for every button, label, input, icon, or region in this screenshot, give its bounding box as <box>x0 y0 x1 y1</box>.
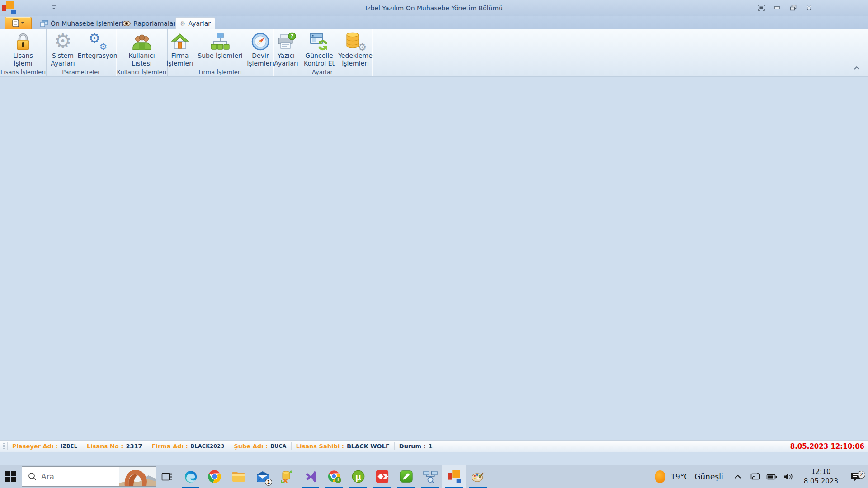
window-refresh-icon <box>309 31 329 52</box>
printer-question-icon: ? <box>276 31 296 52</box>
taskbar-red-diamond-app-icon[interactable] <box>370 465 394 488</box>
tab-ayarlar[interactable]: ⚙ Ayarlar <box>175 17 215 29</box>
yazici-ayarlari-button[interactable]: ? Yazıcı Ayarları <box>271 30 301 67</box>
windows-stack-icon <box>40 20 48 27</box>
chevron-down-icon <box>21 22 24 24</box>
restore-icon[interactable] <box>788 3 798 12</box>
status-sube-adi: Şube Adı :BUCA <box>229 442 291 450</box>
sun-icon <box>655 470 665 483</box>
document-icon <box>12 19 19 27</box>
ribbon: Lisans İşlemi Lisans İşlemleri ⚙ Sistem … <box>0 29 868 77</box>
gears-blue-icon: ⚙⚙ <box>88 31 108 52</box>
users-icon <box>132 31 152 52</box>
close-icon[interactable] <box>804 3 814 12</box>
gear-icon: ⚙ <box>54 31 71 52</box>
clock-date: 8.05.2023 <box>804 477 838 486</box>
svg-text:i: i <box>337 478 339 482</box>
tab-raporlamalar[interactable]: Raporlamalar <box>118 18 180 29</box>
yedekleme-islemleri-button[interactable]: ⚙ Yedekleme İşlemleri <box>337 30 373 67</box>
search-highlight-arch-image <box>119 467 156 486</box>
ribbon-collapse-chevron-icon[interactable] <box>854 66 862 72</box>
mail-badge: 1 <box>265 479 272 486</box>
application-menu-button[interactable] <box>5 17 32 29</box>
firma-islemleri-button[interactable]: Firma İşlemleri <box>163 30 197 67</box>
org-chart-icon <box>210 31 230 52</box>
taskbar-network-scanner-icon[interactable] <box>418 465 442 488</box>
taskbar-weather[interactable]: 19°C Güneşli <box>648 470 730 483</box>
tray-display-cast-icon[interactable] <box>750 473 760 481</box>
status-plaseyer: Plaseyer Adı :IZBEL <box>7 442 82 450</box>
sube-islemleri-button[interactable]: Sube İşlemleri <box>197 30 244 67</box>
status-datetime: 8.05.2023 12:10:06 <box>790 442 868 450</box>
tray-volume-icon[interactable] <box>783 473 794 481</box>
grip-dots-icon <box>3 443 5 450</box>
taskbar-green-notes-app-icon[interactable] <box>394 465 418 488</box>
taskbar-paint-palette-icon[interactable] <box>466 465 490 488</box>
tab-label: Ön Muhasebe İşlemleri <box>51 20 123 27</box>
taskbar-file-explorer-icon[interactable] <box>226 465 250 488</box>
search-icon <box>28 472 37 481</box>
taskbar-izbel-app-icon[interactable] <box>442 465 466 488</box>
status-lisans-no: Lisans No :2317 <box>82 442 147 450</box>
ribbon-group-parametreler: ⚙ Sistem Ayarları ⚙⚙ Entegrasyon Paramet… <box>47 29 116 76</box>
content-area <box>0 77 868 465</box>
minimize-icon[interactable] <box>772 3 782 12</box>
tray-chevron-up-icon[interactable] <box>730 474 746 479</box>
taskbar-visual-studio-icon[interactable] <box>298 465 322 488</box>
status-lisans-sahibi: Lisans Sahibi :BLACK WOLF <box>291 442 394 450</box>
windows-logo-icon <box>5 471 17 483</box>
fullscreen-icon[interactable] <box>756 3 766 12</box>
sistem-ayarlari-button[interactable]: ⚙ Sistem Ayarları <box>47 30 79 67</box>
window-title: İzbel Yazılım Ön Muhasebe Yönetim Bölümü <box>0 5 868 12</box>
tray-battery-icon[interactable] <box>766 473 777 480</box>
status-durum: Durum :1 <box>394 442 437 450</box>
guncelle-kontrol-et-button[interactable]: Güncelle Kontrol Et <box>301 30 337 67</box>
compass-icon <box>251 31 270 52</box>
taskbar-edge-icon[interactable] <box>179 465 203 488</box>
tab-on-muhasebe-islemleri[interactable]: Ön Muhasebe İşlemleri <box>36 18 127 29</box>
taskbar: 1 i <box>0 465 868 488</box>
house-icon <box>170 31 189 52</box>
group-label: Firma İşlemleri <box>168 69 273 75</box>
notification-center-icon[interactable]: 2 <box>844 471 868 482</box>
taskbar-chrome-updater-icon[interactable]: i <box>322 465 346 488</box>
task-view-icon[interactable] <box>156 465 179 488</box>
group-label: Ayarlar <box>273 69 372 75</box>
taskbar-app-icons: 1 i <box>179 465 490 488</box>
taskbar-right-cluster: 19°C Güneşli 12: <box>648 465 868 488</box>
status-bar: Plaseyer Adı :IZBEL Lisans No :2317 Firm… <box>0 440 868 452</box>
taskbar-utorrent-icon[interactable]: µ <box>346 465 370 488</box>
window-controls <box>756 3 814 12</box>
weather-condition: Güneşli <box>694 472 723 481</box>
kullanici-listesi-button[interactable]: Kullanıcı Listesi <box>123 30 161 67</box>
ribbon-group-firma-islemleri: Firma İşlemleri Sube İşlemleri <box>168 29 273 76</box>
ribbon-group-lisans-islemleri: Lisans İşlemi Lisans İşlemleri <box>0 29 47 76</box>
group-label: Parametreler <box>47 69 116 75</box>
lisans-islemi-button[interactable]: Lisans İşlemi <box>4 30 42 67</box>
taskbar-clock[interactable]: 12:10 8.05.2023 <box>798 467 844 486</box>
clock-time: 12:10 <box>804 467 838 477</box>
start-button[interactable] <box>0 465 22 488</box>
app-logo <box>2 1 17 15</box>
ribbon-tab-row: Ön Muhasebe İşlemleri Raporlamalar ⚙ Aya… <box>0 16 868 29</box>
group-label: Kullancı İşlemleri <box>116 69 167 75</box>
ribbon-group-kullanici-islemleri: Kullanıcı Listesi Kullancı İşlemleri <box>116 29 168 76</box>
search-input[interactable] <box>41 472 119 481</box>
taskbar-mail-icon[interactable]: 1 <box>250 465 274 488</box>
system-tray <box>746 473 798 481</box>
taskbar-chrome-icon[interactable] <box>203 465 226 488</box>
status-firma-adi: Firma Adı :BLACK2023 <box>147 442 229 450</box>
padlock-icon <box>14 31 32 52</box>
quick-access-toolbar-arrow[interactable] <box>51 4 57 11</box>
notification-badge: 2 <box>858 471 865 479</box>
taskbar-database-tool-icon[interactable] <box>274 465 298 488</box>
entegrasyon-button[interactable]: ⚙⚙ Entegrasyon <box>79 30 116 67</box>
group-label: Lisans İşlemleri <box>0 69 46 75</box>
eye-icon <box>123 21 131 26</box>
database-gear-icon: ⚙ <box>345 31 365 52</box>
title-bar: İzbel Yazılım Ön Muhasebe Yönetim Bölümü <box>0 0 868 16</box>
taskbar-search[interactable] <box>22 466 156 487</box>
svg-text:µ: µ <box>355 472 361 482</box>
weather-temperature: 19°C <box>670 472 689 481</box>
gear-icon: ⚙ <box>180 20 186 27</box>
